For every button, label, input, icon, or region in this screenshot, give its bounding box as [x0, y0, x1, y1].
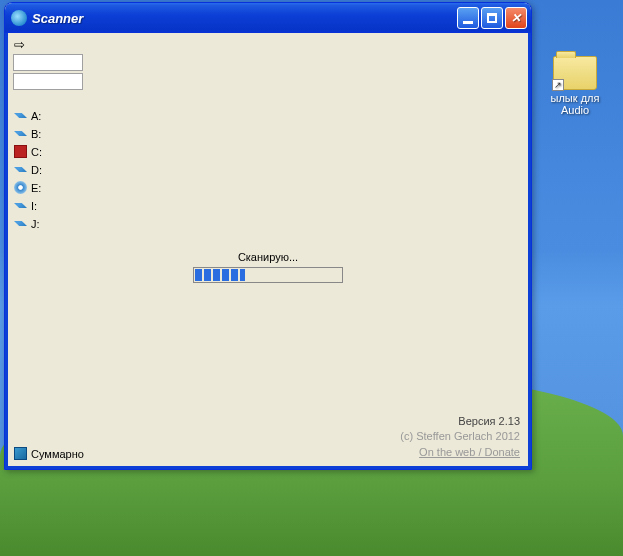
drive-label: E:	[31, 182, 41, 194]
progress-bar	[193, 267, 343, 283]
drive-label: C:	[31, 146, 42, 158]
back-arrow-icon[interactable]: ⇨	[14, 37, 25, 52]
remov-icon	[14, 127, 27, 140]
summary-icon	[14, 447, 27, 460]
desktop-shortcut[interactable]: ↗ ылык для Audio	[545, 56, 605, 116]
drive-label: A:	[31, 110, 41, 122]
window-title: Scanner	[32, 11, 455, 26]
hdd-icon	[14, 145, 27, 158]
minimize-button[interactable]	[457, 7, 479, 29]
footer: Версия 2.13 (c) Steffen Gerlach 2012 On …	[400, 414, 520, 460]
remov-icon	[14, 199, 27, 212]
remov-icon	[14, 217, 27, 230]
path-field-1[interactable]	[13, 54, 83, 71]
titlebar[interactable]: Scanner ✕	[5, 3, 531, 33]
drive-item[interactable]: A:	[14, 109, 42, 122]
drive-item[interactable]: E:	[14, 181, 42, 194]
client-area: ⇨ A:B:C:D:E:I:J: Сканирую... Суммарно Ве…	[5, 33, 531, 469]
drive-item[interactable]: B:	[14, 127, 42, 140]
close-icon: ✕	[511, 11, 521, 25]
cd-icon	[14, 181, 27, 194]
donate-link[interactable]: On the web / Donate	[400, 445, 520, 460]
close-button[interactable]: ✕	[505, 7, 527, 29]
drive-item[interactable]: C:	[14, 145, 42, 158]
version-label: Версия 2.13	[400, 414, 520, 429]
shortcut-arrow-icon: ↗	[552, 79, 564, 91]
summary-toggle[interactable]: Суммарно	[14, 447, 84, 460]
minimize-icon	[463, 21, 473, 24]
remov-icon	[14, 163, 27, 176]
drive-item[interactable]: I:	[14, 199, 42, 212]
scan-status: Сканирую...	[193, 251, 343, 283]
drive-item[interactable]: J:	[14, 217, 42, 230]
remov-icon	[14, 109, 27, 122]
copyright-label: (c) Steffen Gerlach 2012	[400, 429, 520, 444]
scanner-window: Scanner ✕ ⇨ A:B:C:D:E:I:J: Сканирую... С…	[4, 2, 532, 470]
drive-label: D:	[31, 164, 42, 176]
drive-label: B:	[31, 128, 41, 140]
desktop-shortcut-label: ылык для Audio	[545, 92, 605, 116]
path-field-2[interactable]	[13, 73, 83, 90]
summary-label: Суммарно	[31, 448, 84, 460]
drive-list: A:B:C:D:E:I:J:	[14, 109, 42, 230]
maximize-icon	[487, 13, 497, 23]
maximize-button[interactable]	[481, 7, 503, 29]
drive-label: I:	[31, 200, 37, 212]
scan-label: Сканирую...	[193, 251, 343, 263]
drive-item[interactable]: D:	[14, 163, 42, 176]
app-icon	[11, 10, 27, 26]
drive-label: J:	[31, 218, 40, 230]
progress-fill	[195, 269, 245, 281]
folder-icon: ↗	[553, 56, 597, 90]
